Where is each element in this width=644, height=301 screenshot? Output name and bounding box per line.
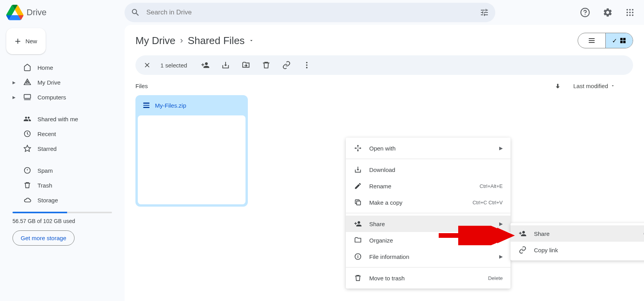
ctx-shortcut: Ctrl+C Ctrl+V xyxy=(473,200,503,205)
sidebar-item-spam[interactable]: Spam xyxy=(6,163,118,177)
tune-icon[interactable] xyxy=(480,8,489,17)
file-preview xyxy=(138,115,246,204)
selection-action-bar: 1 selected xyxy=(135,55,633,75)
submenu-copy-link[interactable]: Copy link xyxy=(511,242,644,258)
file-context-menu: Open with ▶ Download Rename Ctrl+Alt+E M… xyxy=(346,138,511,289)
ctx-file-info[interactable]: File information ▶ xyxy=(346,248,511,265)
view-toggle: ✓ xyxy=(578,33,633,48)
ctx-share[interactable]: Share ▶ xyxy=(346,216,511,232)
clear-selection-button[interactable] xyxy=(141,59,153,71)
sidebar-item-storage[interactable]: Storage xyxy=(6,193,118,207)
file-card[interactable]: My-Files.zip xyxy=(135,95,248,207)
ctx-move-to-trash[interactable]: Move to trash Delete xyxy=(346,270,511,286)
sidebar-item-shared[interactable]: Shared with me xyxy=(6,112,118,126)
download-action-icon[interactable] xyxy=(219,58,232,72)
ctx-make-copy[interactable]: Make a copy Ctrl+C Ctrl+V xyxy=(346,194,511,211)
breadcrumb-current[interactable]: Shared Files xyxy=(188,35,254,47)
grid-view-button[interactable]: ✓ xyxy=(605,33,633,48)
sort-control[interactable]: Last modified xyxy=(554,82,615,90)
ctx-download[interactable]: Download xyxy=(346,161,511,178)
svg-rect-11 xyxy=(24,94,31,98)
ctx-label: Make a copy xyxy=(369,200,402,205)
sidebar-item-computers[interactable]: ▶ Computers xyxy=(6,90,118,104)
ctx-label: Move to trash xyxy=(369,275,405,281)
list-view-button[interactable] xyxy=(578,33,605,48)
sidebar-item-my-drive[interactable]: ▶ My Drive xyxy=(6,75,118,89)
more-actions-icon[interactable] xyxy=(300,58,313,72)
new-button-label: New xyxy=(25,38,37,44)
delete-action-icon[interactable] xyxy=(260,58,273,72)
svg-rect-16 xyxy=(623,38,626,40)
close-icon xyxy=(143,61,151,69)
svg-point-8 xyxy=(626,14,628,16)
ctx-label: Organize xyxy=(369,237,393,243)
search-bar[interactable] xyxy=(125,3,495,22)
ctx-label: Download xyxy=(369,167,395,173)
star-icon xyxy=(23,145,31,152)
cloud-icon xyxy=(23,196,31,204)
svg-point-10 xyxy=(632,14,633,16)
sort-label: Last modified xyxy=(573,83,608,89)
sidebar-label: Starred xyxy=(37,145,57,152)
check-icon: ✓ xyxy=(612,37,617,44)
move-action-icon[interactable] xyxy=(239,58,253,72)
svg-rect-22 xyxy=(357,201,361,205)
drive-logo-icon xyxy=(6,5,23,20)
svg-marker-13 xyxy=(24,145,31,152)
logo-area[interactable]: Drive xyxy=(6,5,125,20)
ctx-shortcut: Delete xyxy=(488,276,503,281)
help-icon[interactable] xyxy=(577,4,593,21)
ctx-rename[interactable]: Rename Ctrl+Alt+E xyxy=(346,178,511,194)
rename-icon xyxy=(354,182,362,190)
sidebar-item-home[interactable]: Home xyxy=(6,60,118,74)
person-add-icon xyxy=(518,229,527,238)
chevron-right-icon: ▶ xyxy=(499,221,503,226)
dropdown-caret-icon xyxy=(249,38,254,43)
get-storage-button[interactable]: Get more storage xyxy=(12,230,75,246)
svg-point-9 xyxy=(629,14,631,16)
breadcrumb-root[interactable]: My Drive xyxy=(135,35,176,47)
recent-icon xyxy=(23,130,31,138)
submenu-label: Share xyxy=(534,231,550,237)
home-icon xyxy=(23,64,31,71)
spam-icon xyxy=(23,166,31,174)
svg-point-2 xyxy=(626,9,628,11)
copy-icon xyxy=(354,198,362,207)
logo-text: Drive xyxy=(27,7,46,18)
search-input[interactable] xyxy=(146,9,480,16)
svg-point-3 xyxy=(629,9,631,11)
breadcrumb: My Drive › Shared Files xyxy=(135,35,254,47)
ctx-organize[interactable]: Organize ▶ xyxy=(346,232,511,248)
ctx-open-with[interactable]: Open with ▶ xyxy=(346,140,511,156)
apps-grid-icon[interactable] xyxy=(622,5,638,20)
submenu-share[interactable]: Share Ctrl+Alt+A xyxy=(511,225,644,242)
files-section-label: Files xyxy=(135,83,148,89)
settings-icon[interactable] xyxy=(600,4,616,21)
link-icon xyxy=(518,246,527,254)
svg-point-21 xyxy=(306,67,308,69)
sidebar-label: Trash xyxy=(37,182,52,189)
file-name: My-Files.zip xyxy=(155,102,186,109)
sidebar-label: Computers xyxy=(37,94,66,101)
chevron-right-icon: ▶ xyxy=(499,146,503,150)
share-action-icon[interactable] xyxy=(199,58,212,72)
sort-arrow-icon xyxy=(554,82,562,90)
ctx-shortcut: Ctrl+Alt+E xyxy=(480,184,503,189)
computers-icon xyxy=(23,93,31,101)
dropdown-caret-icon xyxy=(610,83,615,88)
sidebar-label: Storage xyxy=(37,197,58,204)
link-action-icon[interactable] xyxy=(280,58,293,72)
storage-usage-text: 56.57 GB of 102 GB used xyxy=(6,216,118,229)
svg-rect-15 xyxy=(620,38,623,40)
ctx-label: File information xyxy=(369,254,409,260)
sidebar-label: Shared with me xyxy=(37,116,78,122)
sidebar-item-trash[interactable]: Trash xyxy=(6,178,118,192)
new-button[interactable]: + New xyxy=(6,28,46,54)
svg-rect-18 xyxy=(623,41,626,43)
list-icon xyxy=(588,37,596,44)
search-icon xyxy=(131,8,140,17)
sidebar-item-recent[interactable]: Recent xyxy=(6,127,118,141)
sidebar-item-starred[interactable]: Starred xyxy=(6,142,118,156)
sidebar-label: Recent xyxy=(37,131,56,137)
share-submenu: Share Ctrl+Alt+A Copy link xyxy=(511,223,644,260)
